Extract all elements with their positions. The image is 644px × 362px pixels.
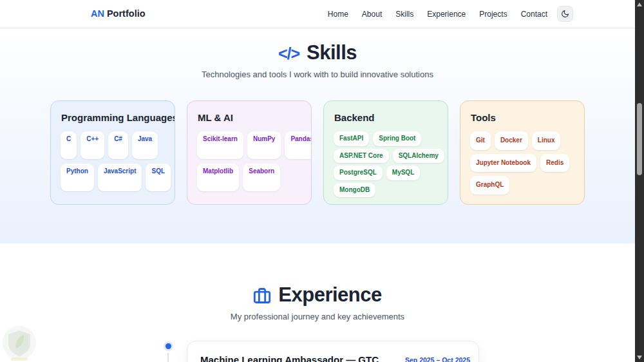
briefcase-icon bbox=[253, 287, 271, 305]
chip-row: MatplotlibSeaborn bbox=[197, 164, 303, 191]
skill-chip-graphql: GraphQL bbox=[470, 176, 509, 195]
chip-row: ASP.NET CoreSQLAlchemy bbox=[334, 149, 440, 164]
chip-row: MongoDB bbox=[334, 183, 440, 198]
skill-chip-jupyter-notebook: Jupyter Notebook bbox=[470, 154, 536, 173]
skills-subtitle: Technologies and tools I work with to bu… bbox=[0, 70, 635, 79]
skill-chip-matplotlib: Matplotlib bbox=[197, 164, 239, 191]
skill-chip-numpy: NumPy bbox=[247, 131, 281, 159]
code-icon: </> bbox=[278, 44, 299, 63]
chip-row: PostgreSQLMySQL bbox=[334, 166, 440, 180]
skills-section: </> Skills Technologies and tools I work… bbox=[0, 28, 635, 243]
chip-row: FastAPISpring Boot bbox=[334, 131, 440, 146]
chip-row: CC++C#Java bbox=[61, 131, 167, 159]
skill-chip-c: C++ bbox=[80, 131, 104, 159]
nav-link-contact[interactable]: Contact bbox=[521, 10, 547, 19]
skills-cards: Programming LanguagesCC++C#JavaPythonJav… bbox=[0, 100, 635, 205]
skill-chip-java: Java bbox=[132, 131, 158, 159]
chip-row: GraphQL bbox=[470, 176, 576, 195]
skill-chip-pandas: Pandas bbox=[285, 131, 312, 159]
skill-chip-sqlalchemy: SQLAlchemy bbox=[393, 149, 444, 164]
skill-card-title: Programming Languages bbox=[61, 112, 167, 123]
logo-text: Portfolio bbox=[107, 8, 146, 19]
skills-header: </> Skills Technologies and tools I work… bbox=[0, 41, 635, 79]
site-logo[interactable]: ANPortfolio bbox=[91, 0, 146, 28]
chip-row: Scikit-learnNumPyPandas bbox=[197, 131, 303, 159]
scrollbar-track[interactable] bbox=[635, 0, 644, 362]
skills-title: Skills bbox=[307, 41, 357, 64]
theme-toggle-button[interactable] bbox=[557, 6, 573, 22]
nav-link-projects[interactable]: Projects bbox=[479, 10, 507, 19]
skill-chip-fastapi: FastAPI bbox=[334, 131, 369, 146]
skill-chip-scikit-learn: Scikit-learn bbox=[197, 131, 243, 159]
experience-item-title: Machine Learning Ambassador — GTC bbox=[200, 354, 379, 362]
skill-card-title: Tools bbox=[471, 112, 576, 123]
skill-chip-postgresql: PostgreSQL bbox=[334, 166, 383, 180]
skill-chip-asp-net-core: ASP.NET Core bbox=[334, 149, 389, 164]
skill-card-ml-ai: ML & AIScikit-learnNumPyPandasMatplotlib… bbox=[187, 100, 312, 205]
skill-chip-c: C bbox=[61, 131, 77, 159]
skill-chip-docker: Docker bbox=[495, 131, 528, 150]
experience-card: Machine Learning Ambassador — GTC Sep 20… bbox=[187, 341, 479, 362]
chip-row: GitDockerLinux bbox=[470, 131, 576, 150]
skill-chip-sql: SQL bbox=[146, 164, 171, 191]
nav-link-skills[interactable]: Skills bbox=[395, 10, 413, 19]
skill-chip-linux: Linux bbox=[532, 131, 561, 150]
experience-header: Experience My professional journey and k… bbox=[0, 283, 635, 321]
experience-title: Experience bbox=[278, 283, 381, 307]
skill-chip-c: C# bbox=[108, 131, 128, 159]
scrollbar-down-arrow[interactable] bbox=[637, 356, 642, 359]
nav-link-experience[interactable]: Experience bbox=[427, 10, 466, 19]
skill-chip-python: Python bbox=[61, 164, 94, 191]
nav-links: HomeAboutSkillsExperienceProjectsContact bbox=[328, 0, 547, 28]
experience-section: Experience My professional journey and k… bbox=[0, 243, 635, 362]
scrollbar-up-arrow[interactable] bbox=[637, 3, 642, 6]
skill-chip-redis: Redis bbox=[540, 154, 569, 173]
chip-row: PythonJavaScriptSQL bbox=[61, 164, 167, 191]
skill-chip-seaborn: Seaborn bbox=[243, 164, 280, 191]
skill-card-title: ML & AI bbox=[198, 112, 303, 123]
experience-subtitle: My professional journey and key achievem… bbox=[0, 312, 635, 321]
timeline-dot bbox=[166, 343, 171, 349]
nav-link-home[interactable]: Home bbox=[328, 10, 348, 19]
scrollbar-thumb[interactable] bbox=[637, 103, 642, 175]
skill-chip-mongodb: MongoDB bbox=[334, 183, 375, 198]
chip-row: Jupyter NotebookRedis bbox=[470, 154, 576, 173]
experience-item-date: Sep 2025 – Oct 2025 bbox=[405, 356, 470, 362]
skill-chip-javascript: JavaScript bbox=[98, 164, 142, 191]
skill-card-programming-languages: Programming LanguagesCC++C#JavaPythonJav… bbox=[50, 100, 175, 205]
nav-link-about[interactable]: About bbox=[362, 10, 382, 19]
timeline-line bbox=[167, 353, 169, 362]
logo-accent: AN bbox=[91, 8, 104, 19]
skill-chip-spring-boot: Spring Boot bbox=[373, 131, 421, 146]
skill-card-tools: ToolsGitDockerLinuxJupyter NotebookRedis… bbox=[460, 100, 585, 205]
skill-card-backend: BackendFastAPISpring BootASP.NET CoreSQL… bbox=[323, 100, 448, 205]
skill-chip-mysql: MySQL bbox=[386, 166, 420, 180]
skill-chip-git: Git bbox=[470, 131, 491, 150]
moon-icon bbox=[561, 10, 569, 18]
top-navbar: ANPortfolio HomeAboutSkillsExperiencePro… bbox=[0, 0, 635, 28]
skill-card-title: Backend bbox=[334, 112, 440, 123]
